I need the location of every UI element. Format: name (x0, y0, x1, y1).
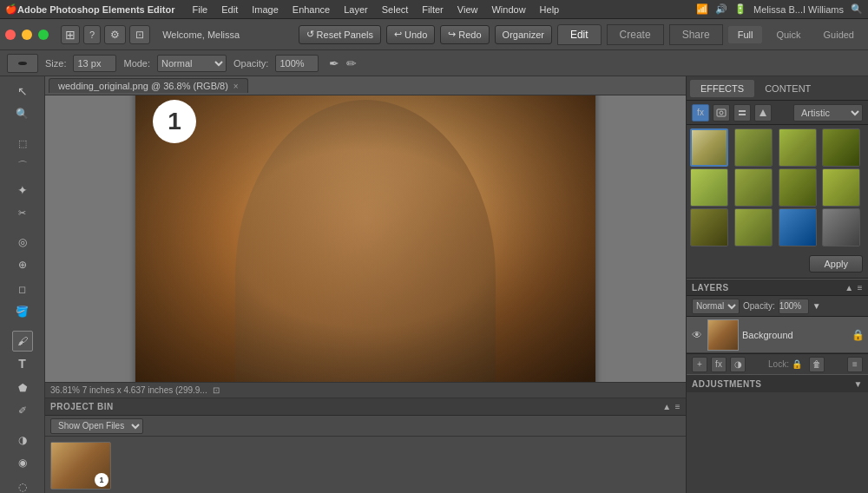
menu-file[interactable]: File (186, 3, 215, 16)
options-bar: Size: Mode: Normal Opacity: ✒ ✏ (0, 50, 868, 76)
effects-tab[interactable]: EFFECTS (690, 80, 754, 97)
effect-3 (779, 129, 816, 166)
edit-tab[interactable]: Edit (557, 24, 602, 45)
canvas-image[interactable]: 1 (135, 95, 595, 382)
dodge-tool[interactable]: ◑ (12, 430, 33, 450)
effect-thumb-11[interactable] (779, 208, 817, 246)
layer-visibility-toggle[interactable]: 👁 (690, 328, 704, 342)
menu-select[interactable]: Select (375, 3, 416, 16)
tablet-icon[interactable]: ✏ (346, 56, 357, 70)
menu-image[interactable]: Image (245, 3, 286, 16)
effects-layer-btn[interactable] (733, 104, 751, 122)
full-mode-tab[interactable]: Full (728, 26, 763, 43)
tab-close-btn[interactable]: × (233, 82, 239, 91)
clone-tool[interactable]: ⊕ (12, 254, 33, 275)
effect-thumb-12[interactable] (822, 208, 860, 246)
layer-mask-btn[interactable]: ◑ (730, 357, 746, 372)
maximize-btn[interactable] (38, 30, 49, 40)
new-layer-btn[interactable]: + (692, 357, 707, 372)
panel-layout-btn[interactable]: ⊞ (61, 25, 80, 44)
tool-group-toning: ◑ ◉ (0, 429, 44, 474)
shape-tool[interactable]: ⬟ (12, 378, 33, 398)
opacity-input[interactable] (275, 55, 319, 72)
effect-thumb-9[interactable] (690, 208, 728, 246)
create-tab[interactable]: Create (607, 24, 664, 45)
brush-preview[interactable] (7, 54, 38, 73)
settings-btn[interactable]: ⚙ (104, 25, 126, 44)
effects-category-select[interactable]: Artistic (793, 104, 863, 122)
effect-thumb-1[interactable] (690, 128, 728, 167)
effect-thumb-5[interactable] (690, 168, 728, 207)
effect-thumb-8[interactable] (822, 168, 860, 207)
effect-thumb-6[interactable] (734, 168, 773, 207)
menu-help[interactable]: Help (533, 3, 567, 16)
expand-icon[interactable]: ▲ (662, 402, 671, 411)
text-tool[interactable]: T (12, 353, 33, 374)
effect-thumb-2[interactable] (734, 128, 773, 167)
lasso-tool[interactable]: ⌒ (12, 155, 33, 176)
lock-icon[interactable]: 🔒 (792, 359, 802, 369)
layer-row-background[interactable]: 👁 Background 🔒 (687, 317, 868, 353)
battery-icon: 🔋 (734, 3, 746, 15)
blend-mode-select[interactable]: Normal (692, 299, 740, 314)
organizer-btn[interactable]: Organizer (495, 25, 552, 44)
brush-tool[interactable]: 🖌 (12, 331, 33, 352)
content-tab[interactable]: CONTENT (754, 80, 821, 97)
effects-photo-btn[interactable] (713, 104, 730, 122)
magic-wand-tool[interactable]: ✦ (12, 180, 33, 200)
menu-enhance[interactable]: Enhance (286, 3, 337, 16)
apply-button[interactable]: Apply (809, 255, 863, 273)
reset-panels-btn[interactable]: ↺ Reset Panels (299, 25, 381, 44)
eraser-tool[interactable]: ◻ (12, 279, 33, 299)
blur-tool[interactable]: ◌ (12, 477, 33, 493)
canvas-tab-wedding[interactable]: wedding_original.png @ 36.8% (RGB/8) × (49, 78, 248, 93)
layers-header: LAYERS ▲ ≡ (687, 279, 868, 296)
layer-effects-btn[interactable]: fx (711, 357, 727, 372)
spot-heal-tool[interactable]: ◎ (12, 232, 33, 253)
layers-expand-icon[interactable]: ▲ (845, 283, 853, 293)
close-btn[interactable] (5, 30, 16, 40)
effect-thumb-4[interactable] (822, 128, 860, 167)
size-input[interactable] (73, 55, 116, 72)
apple-logo[interactable]: 🍎 (5, 3, 17, 15)
menu-filter[interactable]: Filter (415, 3, 450, 16)
undo-btn[interactable]: ↩ Undo (386, 25, 435, 44)
grid-btn[interactable]: ⊡ (129, 25, 150, 44)
move-tool[interactable]: ↖ (12, 81, 33, 102)
layers-menu-btn[interactable]: ≡ (847, 357, 863, 372)
menu-edit[interactable]: Edit (214, 3, 245, 16)
adjustments-expand-icon[interactable]: ▼ (854, 379, 863, 389)
effects-texture-btn[interactable] (754, 104, 772, 122)
menu-window[interactable]: Window (484, 3, 532, 16)
paint-bucket-tool[interactable]: 🪣 (12, 301, 33, 322)
effect-thumb-10[interactable] (734, 208, 773, 246)
mode-select[interactable]: Normal (157, 55, 227, 72)
layers-menu-icon[interactable]: ≡ (858, 283, 863, 293)
project-bin-menu-icon[interactable]: ≡ (675, 402, 681, 411)
bin-thumbnail-1[interactable]: 1 (50, 442, 111, 490)
minimize-btn[interactable] (22, 30, 32, 40)
redo-btn[interactable]: ↪ Redo (440, 25, 489, 44)
guided-mode-tab[interactable]: Guided (815, 27, 863, 43)
marquee-tool[interactable]: ⬚ (12, 133, 33, 154)
effect-thumb-7[interactable] (779, 168, 817, 207)
effect-10 (735, 209, 772, 246)
tool-group-text: 🖌 T (0, 330, 44, 375)
share-tab[interactable]: Share (669, 24, 723, 45)
crop-tool[interactable]: ✂ (12, 202, 33, 223)
question-btn[interactable]: ? (83, 25, 101, 44)
menu-view[interactable]: View (450, 3, 485, 16)
pencil-tool[interactable]: ✐ (12, 400, 33, 421)
sponge-tool[interactable]: ◉ (12, 452, 33, 473)
effect-thumb-3[interactable] (779, 128, 817, 167)
effects-all-btn[interactable]: fx (692, 104, 709, 122)
menu-layer[interactable]: Layer (337, 3, 375, 16)
opacity-input[interactable] (779, 299, 809, 314)
zoom-tool[interactable]: 🔍 (12, 103, 33, 124)
show-files-select[interactable]: Show Open Files (50, 418, 143, 434)
airbrush-icon[interactable]: ✒ (329, 56, 339, 70)
opacity-arrow-icon[interactable]: ▼ (812, 301, 821, 311)
search-icon[interactable]: 🔍 (851, 3, 863, 15)
quick-mode-tab[interactable]: Quick (767, 27, 809, 43)
delete-layer-btn[interactable]: 🗑 (809, 357, 825, 372)
